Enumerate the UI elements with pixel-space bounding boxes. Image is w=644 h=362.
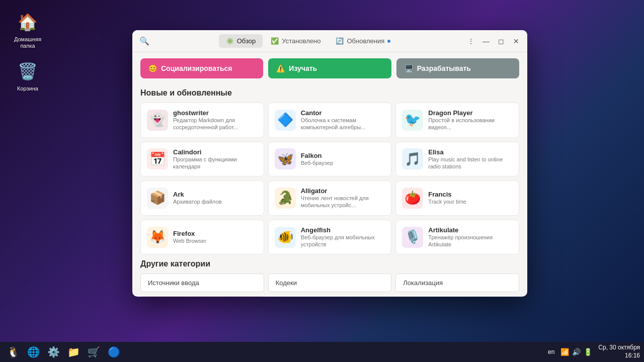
overview-tab-label: Обзор — [237, 37, 256, 45]
develop-label: Разрабатывать — [417, 64, 471, 72]
app-card-falkon[interactable]: 🦋 Falkon Веб-браузер — [268, 142, 392, 177]
app-card-dragon[interactable]: 🐦 Dragon Player Простой в использовании … — [395, 103, 519, 138]
taskbar-browser[interactable]: 🌐 — [24, 343, 42, 361]
taskbar: 🐧 🌐 ⚙️ 📁 🛒 🔵 en 📶 🔊 🔋 Ср, 30 октября 16:… — [0, 342, 644, 362]
angelfish-desc: Веб-браузер для мобильных устройств — [301, 234, 385, 248]
taskbar-store[interactable]: 🛒 — [85, 343, 103, 361]
ghostwriter-icon: 👻 — [147, 110, 168, 131]
taskbar-time: 16:16 — [598, 352, 640, 360]
app-window: 🔍 ✳️ Обзор ✅ Установлено 🔄 Обновления ⋮ … — [132, 30, 527, 297]
new-section-heading: Новые и обновленные — [140, 88, 519, 98]
app-card-artikulate[interactable]: 🎙️ Artikulate Тренажёр произношения Arti… — [395, 220, 519, 255]
cat-tag-input[interactable]: Источники ввода — [140, 274, 264, 292]
francis-info: Francis Track your time — [428, 191, 466, 205]
francis-desc: Track your time — [428, 198, 466, 205]
tab-installed[interactable]: ✅ Установлено — [264, 34, 328, 48]
taskbar-lang: en — [548, 348, 554, 355]
elisa-name: Elisa — [428, 148, 513, 156]
alligator-info: Alligator Чтение лент новостей для мобил… — [301, 187, 385, 209]
falkon-info: Falkon Веб-браузер — [301, 152, 333, 166]
tab-overview[interactable]: ✳️ Обзор — [219, 34, 263, 48]
learn-label: Изучать — [289, 64, 317, 72]
dragon-name: Dragon Player — [428, 109, 513, 117]
firefox-desc: Web Browser — [173, 237, 206, 244]
app-card-angelfish[interactable]: 🐠 Angelfish Веб-браузер для мобильных ус… — [268, 220, 392, 255]
app-card-ghostwriter[interactable]: 👻 ghostwriter Редактор Markdown для соср… — [140, 103, 264, 138]
artikulate-name: Artikulate — [428, 226, 513, 234]
title-bar: 🔍 ✳️ Обзор ✅ Установлено 🔄 Обновления ⋮ … — [132, 30, 527, 52]
angelfish-name: Angelfish — [301, 226, 385, 234]
search-button[interactable]: 🔍 — [136, 33, 152, 49]
artikulate-info: Artikulate Тренажёр произношения Artikul… — [428, 226, 513, 248]
dragon-icon: 🐦 — [402, 110, 423, 131]
ghostwriter-name: ghostwriter — [173, 109, 258, 117]
cat-pill-learn[interactable]: ⚠️ Изучать — [268, 58, 391, 78]
tab-updates[interactable]: 🔄 Обновления — [329, 34, 397, 48]
desktop-icon-trash[interactable]: 🗑️ Корзина — [10, 59, 45, 92]
app-card-elisa[interactable]: 🎵 Elisa Play music and listen to online … — [395, 142, 519, 177]
app-card-firefox[interactable]: 🦊 Firefox Web Browser — [140, 220, 264, 255]
taskbar-plasma[interactable]: 🔵 — [105, 343, 123, 361]
cat-pill-socialize[interactable]: 😊 Социализироваться — [140, 58, 263, 78]
calindori-info: Calindori Программа с функциями календар… — [173, 148, 258, 170]
close-button[interactable]: ✕ — [509, 34, 523, 48]
calindori-desc: Программа с функциями календаря — [173, 156, 258, 170]
other-cat-row1: Источники ввода Кодеки Локализация — [140, 274, 519, 292]
ark-desc: Архиватор файлов — [173, 198, 222, 205]
app-card-calindori[interactable]: 📅 Calindori Программа с функциями календ… — [140, 142, 264, 177]
firefox-icon: 🦊 — [147, 227, 168, 248]
app-card-ark[interactable]: 📦 Ark Архиватор файлов — [140, 180, 264, 216]
wifi-icon: 📶 — [560, 348, 569, 356]
learn-emoji: ⚠️ — [276, 64, 285, 72]
other-section-heading: Другие категории — [140, 259, 519, 268]
restore-button[interactable]: ◻ — [494, 34, 508, 48]
angelfish-icon: 🐠 — [275, 227, 296, 248]
installed-tab-label: Установлено — [282, 37, 320, 45]
calindori-name: Calindori — [173, 148, 258, 156]
taskbar-clock: Ср, 30 октября 16:16 — [598, 344, 640, 359]
desktop-icons: 🏠 Домашняя папка 🗑️ Корзина — [10, 10, 45, 93]
battery-icon: 🔋 — [584, 348, 592, 356]
elisa-desc: Play music and listen to online radio st… — [428, 156, 513, 170]
cat-tag-locale[interactable]: Локализация — [395, 274, 519, 292]
firefox-info: Firefox Web Browser — [173, 230, 206, 244]
app-card-cantor[interactable]: 🔷 Cantor Оболочка к системам компьютерно… — [268, 103, 392, 138]
menu-button[interactable]: ⋮ — [464, 34, 478, 48]
search-icon: 🔍 — [139, 36, 149, 46]
volume-icon: 🔊 — [572, 348, 581, 356]
cat-tag-fonts[interactable]: Шрифты — [140, 296, 264, 297]
cat-pill-develop[interactable]: 🖥️ Разрабатывать — [396, 58, 519, 78]
ark-info: Ark Архиватор файлов — [173, 191, 222, 205]
cantor-info: Cantor Оболочка к системам компьютерной … — [301, 109, 385, 131]
taskbar-date: Ср, 30 октября — [598, 344, 640, 352]
socialize-emoji: 😊 — [148, 64, 157, 72]
ghostwriter-desc: Редактор Markdown для сосредоточенной ра… — [173, 117, 258, 131]
elisa-icon: 🎵 — [402, 148, 423, 169]
artikulate-icon: 🎙️ — [402, 227, 423, 248]
content-area: 😊 Социализироваться ⚠️ Изучать 🖥️ Разраб… — [132, 52, 527, 297]
francis-name: Francis — [428, 191, 466, 198]
ghostwriter-info: ghostwriter Редактор Markdown для сосред… — [173, 109, 258, 131]
home-icon: 🏠 — [16, 10, 40, 34]
home-icon-label: Домашняя папка — [10, 36, 45, 49]
window-controls: ⋮ — ◻ ✕ — [464, 34, 523, 48]
desktop-icon-home[interactable]: 🏠 Домашняя папка — [10, 10, 45, 49]
app-card-francis[interactable]: 🍅 Francis Track your time — [395, 180, 519, 216]
falkon-name: Falkon — [301, 152, 333, 159]
ark-name: Ark — [173, 191, 222, 198]
alligator-icon: 🐊 — [275, 188, 296, 209]
minimize-button[interactable]: — — [479, 34, 493, 48]
trash-icon: 🗑️ — [16, 59, 40, 83]
taskbar-settings[interactable]: ⚙️ — [44, 343, 62, 361]
taskbar-files[interactable]: 📁 — [64, 343, 83, 361]
socialize-label: Социализироваться — [161, 64, 232, 72]
cat-tag-codecs[interactable]: Кодеки — [268, 274, 392, 292]
updates-tab-icon: 🔄 — [336, 37, 344, 45]
calindori-icon: 📅 — [147, 148, 168, 169]
dragon-desc: Простой в использовании видеоп... — [428, 117, 513, 131]
ark-icon: 📦 — [147, 188, 168, 209]
installed-tab-icon: ✅ — [271, 37, 279, 45]
updates-tab-label: Обновления — [347, 37, 384, 45]
app-card-alligator[interactable]: 🐊 Alligator Чтение лент новостей для моб… — [268, 180, 392, 216]
taskbar-start[interactable]: 🐧 — [4, 343, 22, 361]
